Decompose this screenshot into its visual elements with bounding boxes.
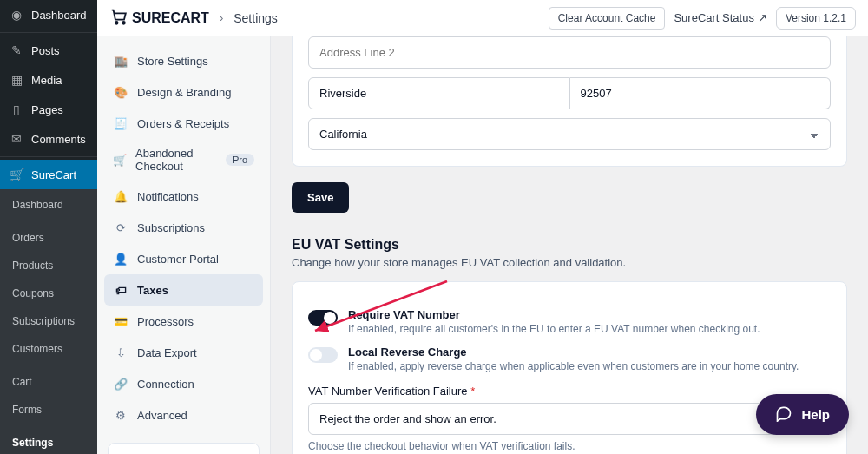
nav-store-settings[interactable]: 🏬Store Settings <box>104 45 263 76</box>
settings-side-nav: 🏬Store Settings 🎨Design & Branding 🧾Orde… <box>97 36 271 454</box>
vat-verification-label: VAT Number Verification Failure * <box>308 385 831 398</box>
address-card: California <box>292 36 847 167</box>
city-input[interactable] <box>308 77 570 109</box>
save-button[interactable]: Save <box>292 182 349 213</box>
reverse-charge-toggle[interactable] <box>308 347 338 363</box>
card-icon: 💳 <box>113 313 128 329</box>
wp-admin-sidebar: ◉Dashboard ✎Posts ▦Media ▯Pages ✉Comment… <box>0 0 97 454</box>
user-icon: 👤 <box>113 251 128 266</box>
chat-icon <box>775 405 792 424</box>
wp-menu-comments[interactable]: ✉Comments <box>0 124 97 154</box>
chevron-right-icon: › <box>220 11 223 24</box>
boost-revenue-card: ⚡Boost Your Revenue Unlock revenue boost… <box>108 443 260 454</box>
refresh-icon: ⟳ <box>113 220 128 235</box>
svg-point-1 <box>122 21 125 23</box>
wp-menu-label: Pages <box>31 103 63 116</box>
city-postal-row <box>308 77 831 109</box>
wp-submenu-item[interactable]: Forms <box>0 399 97 420</box>
surecart-topbar: SURECART › Settings Clear Account Cache … <box>97 0 868 36</box>
wp-submenu-item-settings[interactable]: Settings <box>0 432 97 453</box>
require-vat-row: Require VAT Number If enabled, require a… <box>308 308 831 335</box>
wp-submenu-item[interactable]: Products <box>0 255 97 276</box>
wp-menu-posts[interactable]: ✎Posts <box>0 36 97 65</box>
reverse-charge-row: Local Reverse Charge If enabled, apply r… <box>308 345 831 372</box>
vat-verification-select[interactable]: Reject the order and show an error. <box>308 403 831 435</box>
nav-label: Abandoned Checkout <box>135 147 217 173</box>
nav-label: Connection <box>137 378 194 391</box>
wp-menu-surecart[interactable]: 🛒SureCart <box>0 160 97 189</box>
nav-label: Processors <box>137 315 194 328</box>
nav-data-export[interactable]: ⇩Data Export <box>104 337 263 368</box>
dashboard-icon: ◉ <box>9 7 24 23</box>
store-icon: 🏬 <box>113 53 128 69</box>
nav-label: Notifications <box>137 190 199 203</box>
help-fab-button[interactable]: Help <box>756 394 849 435</box>
toggle-knob <box>310 349 322 361</box>
nav-label: Subscriptions <box>137 221 205 234</box>
receipt-icon: 🧾 <box>113 115 128 131</box>
reverse-charge-desc: If enabled, apply reverse charge when ap… <box>348 360 799 372</box>
media-icon: ▦ <box>9 72 24 88</box>
download-icon: ⇩ <box>113 345 128 360</box>
link-icon: 🔗 <box>113 376 128 391</box>
nav-label: Orders & Receipts <box>137 117 229 130</box>
wp-submenu-item[interactable]: Subscriptions <box>0 311 97 332</box>
nav-design-branding[interactable]: 🎨Design & Branding <box>104 76 263 108</box>
nav-abandoned-checkout[interactable]: 🛒Abandoned CheckoutPro <box>104 139 263 181</box>
breadcrumb-current: Settings <box>233 11 278 25</box>
nav-label: Store Settings <box>137 55 208 68</box>
postal-input[interactable] <box>570 77 832 109</box>
separator <box>0 156 97 157</box>
wp-menu-label: Dashboard <box>31 9 87 22</box>
wp-submenu-item[interactable]: Customers <box>0 339 97 359</box>
svg-point-0 <box>115 21 118 23</box>
vat-verification-hint: Choose the checkout behavior when VAT ve… <box>308 440 831 452</box>
nav-advanced[interactable]: ⚙Advanced <box>104 399 263 431</box>
vat-verification-label-text: VAT Number Verification Failure <box>308 385 468 398</box>
wp-submenu-item[interactable]: Coupons <box>0 283 97 304</box>
toggle-knob <box>324 312 336 324</box>
nav-notifications[interactable]: 🔔Notifications <box>104 181 263 212</box>
wp-submenu-item[interactable]: Orders <box>0 227 97 248</box>
address-line2-input[interactable] <box>308 36 831 69</box>
pin-icon: ✎ <box>9 43 24 58</box>
nav-connection[interactable]: 🔗Connection <box>104 368 263 399</box>
wp-menu-pages[interactable]: ▯Pages <box>0 95 97 124</box>
pro-badge: Pro <box>226 154 254 166</box>
wp-menu-label: Media <box>31 74 62 87</box>
wp-menu-label: Posts <box>31 44 60 57</box>
page-icon: ▯ <box>9 102 24 117</box>
wp-menu-label: SureCart <box>31 168 76 181</box>
wp-submenu-item[interactable]: Dashboard <box>0 194 97 215</box>
wp-menu-label: Comments <box>31 133 86 146</box>
wp-menu-dashboard[interactable]: ◉Dashboard <box>0 0 97 30</box>
nav-customer-portal[interactable]: 👤Customer Portal <box>104 243 263 274</box>
external-link-icon: ↗ <box>758 11 767 24</box>
nav-subscriptions[interactable]: ⟳Subscriptions <box>104 212 263 243</box>
state-select[interactable]: California <box>308 118 831 150</box>
surecart-brand: SURECART <box>109 7 209 30</box>
nav-orders-receipts[interactable]: 🧾Orders & Receipts <box>104 108 263 139</box>
nav-label: Taxes <box>137 284 168 297</box>
topbar-right: Clear Account Cache SureCart Status↗ Ver… <box>549 7 856 30</box>
require-vat-toggle[interactable] <box>308 310 338 326</box>
nav-label: Design & Branding <box>137 86 231 99</box>
version-badge: Version 1.2.1 <box>776 7 856 30</box>
clear-cache-button[interactable]: Clear Account Cache <box>549 7 666 30</box>
wp-submenu-item[interactable]: Cart <box>0 372 97 392</box>
settings-main: California Save EU VAT Settings Change h… <box>271 36 868 454</box>
wp-menu-media[interactable]: ▦Media <box>0 65 97 95</box>
cart-icon: 🛒 <box>9 167 24 182</box>
wp-submenu-surecart: Dashboard Orders Products Coupons Subscr… <box>0 189 97 454</box>
bell-icon: 🔔 <box>113 188 128 204</box>
surecart-status-link[interactable]: SureCart Status↗ <box>674 11 767 24</box>
brand-text: SURECART <box>132 10 209 26</box>
eu-vat-heading: EU VAT Settings <box>292 237 847 253</box>
comment-icon: ✉ <box>9 131 24 147</box>
reverse-charge-text: Local Reverse Charge If enabled, apply r… <box>348 345 799 372</box>
gear-icon: ⚙ <box>113 407 128 423</box>
nav-label: Customer Portal <box>137 253 219 266</box>
nav-processors[interactable]: 💳Processors <box>104 306 263 337</box>
nav-taxes[interactable]: 🏷Taxes <box>104 274 263 306</box>
require-vat-title: Require VAT Number <box>348 308 760 321</box>
